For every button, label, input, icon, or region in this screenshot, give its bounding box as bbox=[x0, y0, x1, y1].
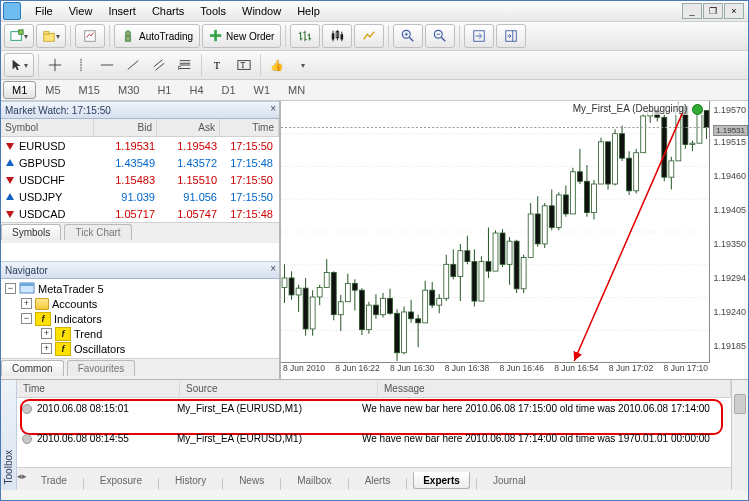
toolbox-tab-news[interactable]: News bbox=[229, 472, 274, 489]
zoom-out-button[interactable] bbox=[425, 24, 455, 48]
log-row[interactable]: 2010.06.08 08:15:01My_First_EA (EURUSD,M… bbox=[17, 401, 731, 416]
svg-rect-84 bbox=[402, 312, 407, 353]
svg-rect-68 bbox=[345, 283, 350, 301]
timeframe-m30[interactable]: M30 bbox=[109, 81, 148, 99]
chart-bars-button[interactable] bbox=[290, 24, 320, 48]
toolbox-tab-history[interactable]: History bbox=[165, 472, 216, 489]
horizontal-line-tool[interactable] bbox=[95, 54, 119, 76]
chart-candles-button[interactable] bbox=[322, 24, 352, 48]
menu-tools[interactable]: Tools bbox=[192, 3, 234, 19]
symbol-row-usdcad[interactable]: USDCAD1.057171.0574717:15:48 bbox=[1, 205, 279, 222]
expand-icon[interactable]: − bbox=[5, 283, 16, 294]
col-message[interactable]: Message bbox=[378, 381, 731, 396]
timeframe-m1[interactable]: M1 bbox=[3, 81, 36, 99]
x-tick: 8 Jun 2010 bbox=[283, 363, 325, 373]
chart-area[interactable]: My_First_EA (Debugging) bbox=[281, 101, 710, 363]
col-ask[interactable]: Ask bbox=[157, 119, 220, 136]
toolbox-tab-trade[interactable]: Trade bbox=[31, 472, 77, 489]
expand-icon[interactable]: + bbox=[41, 343, 52, 354]
svg-rect-1 bbox=[19, 30, 23, 34]
symbol-row-usdjpy[interactable]: USDJPY91.03991.05617:15:50 bbox=[1, 188, 279, 205]
timeframe-d1[interactable]: D1 bbox=[213, 81, 245, 99]
thumbs-up-icon[interactable]: 👍 bbox=[265, 54, 289, 76]
crosshair-tool[interactable] bbox=[43, 54, 67, 76]
autotrading-button[interactable]: AutoTrading bbox=[114, 24, 200, 48]
toolbox-scrollbar[interactable] bbox=[731, 380, 748, 490]
toolbox-tab-journal[interactable]: Journal bbox=[483, 472, 536, 489]
log-row[interactable]: 2010.06.08 08:14:55My_First_EA (EURUSD,M… bbox=[17, 431, 731, 446]
market-watch-title: Market Watch: 17:15:50 × bbox=[1, 101, 279, 119]
svg-line-29 bbox=[128, 61, 139, 70]
vertical-line-tool[interactable] bbox=[69, 54, 93, 76]
menu-insert[interactable]: Insert bbox=[100, 3, 144, 19]
equidistant-channel-tool[interactable] bbox=[147, 54, 171, 76]
svg-rect-72 bbox=[359, 290, 364, 329]
toolbox-tab-alerts[interactable]: Alerts bbox=[355, 472, 401, 489]
tab-symbols[interactable]: Symbols bbox=[1, 224, 61, 240]
menu-help[interactable]: Help bbox=[289, 3, 328, 19]
tree-root[interactable]: − MetaTrader 5 bbox=[1, 281, 279, 296]
ea-label: My_First_EA (Debugging) bbox=[572, 103, 704, 115]
tree-oscillators[interactable]: + f Oscillators bbox=[1, 341, 279, 356]
col-source[interactable]: Source bbox=[180, 381, 378, 396]
tab-tick-chart[interactable]: Tick Chart bbox=[64, 224, 131, 240]
expand-icon[interactable]: − bbox=[21, 313, 32, 324]
tab-common[interactable]: Common bbox=[1, 360, 64, 376]
chart-line-button[interactable] bbox=[354, 24, 384, 48]
timeframe-w1[interactable]: W1 bbox=[245, 81, 280, 99]
up-arrow-icon bbox=[5, 158, 15, 168]
timeframe-m5[interactable]: M5 bbox=[36, 81, 69, 99]
col-time[interactable]: Time bbox=[220, 119, 279, 136]
auto-scroll-button[interactable] bbox=[464, 24, 494, 48]
svg-rect-120 bbox=[528, 214, 533, 258]
tree-trend[interactable]: + f Trend bbox=[1, 326, 279, 341]
symbol-row-usdchf[interactable]: USDCHF1.154831.1551017:15:50 bbox=[1, 171, 279, 188]
svg-rect-94 bbox=[437, 298, 442, 305]
zoom-in-button[interactable] bbox=[393, 24, 423, 48]
symbol-row-eurusd[interactable]: EURUSD1.195311.1954317:15:50 bbox=[1, 137, 279, 154]
text-tool[interactable]: T bbox=[206, 54, 230, 76]
new-chart-button[interactable]: ▾ bbox=[4, 24, 34, 48]
trendline-tool[interactable] bbox=[121, 54, 145, 76]
down-arrow-icon bbox=[5, 175, 15, 185]
menu-charts[interactable]: Charts bbox=[144, 3, 192, 19]
tree-accounts[interactable]: + Accounts bbox=[1, 296, 279, 311]
timeframe-h1[interactable]: H1 bbox=[148, 81, 180, 99]
text-label-tool[interactable]: T bbox=[232, 54, 256, 76]
col-bid[interactable]: Bid bbox=[94, 119, 157, 136]
close-button[interactable]: × bbox=[724, 3, 744, 19]
price-flag: 1.19531 bbox=[713, 125, 748, 136]
toolbox-tab-mailbox[interactable]: Mailbox bbox=[287, 472, 341, 489]
new-order-button[interactable]: New Order bbox=[202, 24, 281, 48]
tree-oscillators-label: Oscillators bbox=[74, 343, 125, 355]
tab-favourites[interactable]: Favourites bbox=[67, 360, 136, 376]
market-watch-close-icon[interactable]: × bbox=[270, 103, 276, 114]
tab-scroll-icon[interactable]: ◂▸ bbox=[17, 471, 27, 481]
symbol-row-gbpusd[interactable]: GBPUSD1.435491.4357217:15:48 bbox=[1, 154, 279, 171]
toolbox-tab-experts[interactable]: Experts bbox=[413, 472, 470, 489]
col-time[interactable]: Time bbox=[17, 381, 180, 396]
chart-shift-button[interactable] bbox=[496, 24, 526, 48]
menu-window[interactable]: Window bbox=[234, 3, 289, 19]
cursor-tool[interactable]: ▾ bbox=[4, 53, 34, 77]
objects-dropdown[interactable]: ▾ bbox=[291, 54, 315, 76]
toolbox-tab-exposure[interactable]: Exposure bbox=[90, 472, 152, 489]
timeframe-h4[interactable]: H4 bbox=[180, 81, 212, 99]
menu-view[interactable]: View bbox=[61, 3, 101, 19]
svg-rect-56 bbox=[303, 288, 308, 329]
profiles-button[interactable]: ▾ bbox=[36, 24, 66, 48]
menu-file[interactable]: File bbox=[27, 3, 61, 19]
expand-icon[interactable]: + bbox=[21, 298, 32, 309]
market-watch-toggle[interactable] bbox=[75, 24, 105, 48]
fibo-tool[interactable]: F bbox=[173, 54, 197, 76]
restore-button[interactable]: ❐ bbox=[703, 3, 723, 19]
navigator-close-icon[interactable]: × bbox=[270, 263, 276, 274]
minimize-button[interactable]: _ bbox=[682, 3, 702, 19]
svg-rect-152 bbox=[641, 116, 646, 153]
expand-icon[interactable]: + bbox=[41, 328, 52, 339]
col-symbol[interactable]: Symbol bbox=[1, 119, 94, 136]
timeframe-mn[interactable]: MN bbox=[279, 81, 314, 99]
tree-indicators[interactable]: − f Indicators bbox=[1, 311, 279, 326]
timeframe-m15[interactable]: M15 bbox=[70, 81, 109, 99]
svg-rect-96 bbox=[444, 264, 449, 298]
